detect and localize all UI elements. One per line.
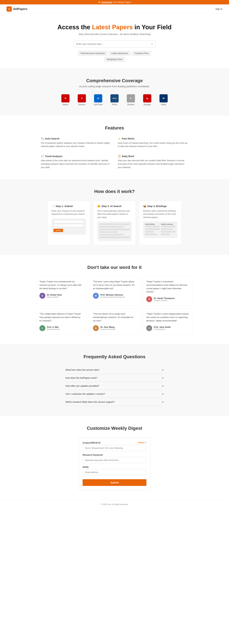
- step-2-desc: Our AI automatically searches and filter…: [97, 209, 132, 219]
- faq-item-2[interactable]: How does the AI4Papers work? ∨: [66, 374, 164, 382]
- mockup-row: [161, 226, 176, 227]
- publisher-logo-nature: N: [61, 94, 70, 102]
- step-2-title: 🔶 Step 2: AI Search: [97, 205, 132, 208]
- submit-button[interactable]: Submit: [82, 479, 146, 486]
- feature-fast-alerts-title: ⚡ Fast Alerts: [118, 137, 188, 140]
- feature-trend-icon: 📈: [41, 155, 44, 158]
- find-link[interactable]: Find it ↗: [138, 442, 146, 444]
- step-1-mockup: Submit: [52, 218, 86, 235]
- testimonial-3-name: Dr. Sarah Thompson: [154, 297, 174, 300]
- feature-fast-alerts-desc: Save hours of manual searching. Our smar…: [118, 142, 188, 148]
- testimonial-3-author: S Dr. Sarah Thompson Climate Scientist: [146, 296, 190, 302]
- testimonial-1-name: Dr. Emily Chen: [47, 294, 62, 296]
- publisher-name-science: Science: [78, 104, 86, 106]
- publisher-logo-wiley: W: [160, 94, 168, 102]
- scopus-input[interactable]: [82, 445, 146, 451]
- banner-text: 🔔: [98, 1, 101, 4]
- testimonial-4-author: L Prof. Li Wei Bioinformatician: [40, 325, 83, 331]
- testimonial-5-name: Dr. Alex Wang: [100, 326, 116, 328]
- publisher-logo-pnas: PNAS: [110, 94, 118, 102]
- step-3-desc: Receive daily customized briefings and w…: [143, 209, 178, 219]
- step-1-icon: 📄: [52, 205, 55, 208]
- testimonial-3-avatar: S: [146, 296, 152, 302]
- step-2-card: 🔶 Step 2: AI Search Our AI automatically…: [93, 201, 136, 245]
- mockup-row: [99, 229, 130, 230]
- chevron-down-icon: ∨: [162, 392, 164, 395]
- mockup-row: [161, 228, 172, 230]
- publisher-name-pnas: PNAS: [112, 104, 117, 106]
- step-3-mockup: Daily Briefing Weekly Summary: [143, 222, 178, 238]
- publisher-wiley: W Wiley: [157, 94, 170, 106]
- keywords-field: Research Keywords: [82, 454, 146, 463]
- search-box[interactable]: ↗: [74, 40, 156, 48]
- mockup-scopus-input: [54, 220, 84, 223]
- tag-chips: Fluid-Structure Interaction Lattice Bolt…: [74, 51, 156, 62]
- chevron-down-icon: ∨: [162, 376, 164, 379]
- banner-link[interactable]: Customize: [101, 1, 112, 4]
- feature-daily-brief-icon: 📋: [118, 155, 121, 158]
- faq-item-4[interactable]: Can I customize the updates I receive? ∨: [66, 390, 164, 398]
- hero-headline: Access the Latest Papers in Your Field: [3, 24, 226, 31]
- testimonial-2-quote: "The time I save using Paper Tracker all…: [93, 280, 136, 290]
- faq-item-3[interactable]: How often are updates provided? ∨: [66, 382, 164, 390]
- logo-name: AI4Papers: [13, 7, 28, 11]
- mockup-submit-btn: Submit: [54, 229, 63, 232]
- top-banner: 🔔 Customize Your Weekly Digest: [0, 0, 229, 4]
- faq-item-1[interactable]: What form does the service take? ∨: [66, 366, 164, 374]
- coverage-section: Comprehensive Coverage Access cutting-ed…: [0, 68, 229, 116]
- faq-list: What form does the service take? ∨ How d…: [66, 366, 164, 406]
- tag-chip[interactable]: Lattice Boltzmann: [109, 51, 130, 56]
- publisher-nature: N Nature: [59, 94, 72, 106]
- testimonial-2: "The time I save using Paper Tracker all…: [90, 276, 140, 306]
- feature-auto-search-title: 🔍 Auto Search: [41, 137, 111, 140]
- hero-section: Access the Latest Papers in Your Field S…: [0, 14, 229, 68]
- banner-suffix: Your Weekly Digest: [112, 1, 131, 4]
- feature-auto-search: 🔍 Auto Search Our AI-powered system anal…: [41, 137, 111, 148]
- testimonial-2-name: Prof. Michael Johnson: [100, 294, 125, 296]
- mockup-row: [145, 228, 160, 230]
- tag-chip[interactable]: Fluid-Structure Interaction: [78, 51, 108, 56]
- publisher-cell: CP Cell Press: [92, 94, 105, 106]
- testimonial-5-title: Quantum Physicist: [100, 328, 116, 330]
- publisher-grid: N Nature S Science CP Cell Press PNAS PN…: [57, 94, 172, 106]
- publisher-name-wiley: Wiley: [161, 104, 166, 106]
- faq-question-3: How often are updates provided?: [66, 384, 99, 387]
- mockup-row: [145, 226, 160, 227]
- testimonial-4-info: Prof. Li Wei Bioinformatician: [47, 326, 60, 330]
- testimonial-3-info: Dr. Sarah Thompson Climate Scientist: [154, 297, 174, 302]
- features-section: Features 🔍 Auto Search Our AI-powered sy…: [0, 116, 229, 179]
- search-input[interactable]: [76, 43, 150, 45]
- faq-title: Frequently Asked Questions: [6, 354, 222, 360]
- feature-daily-brief-title: 📋 Daily Brief: [118, 155, 188, 158]
- publisher-elsevier: EL Elsevier: [124, 94, 138, 106]
- faq-item-5[interactable]: Which research fields does this service …: [66, 398, 164, 406]
- chevron-down-icon: ∨: [162, 368, 164, 371]
- mockup-row: [161, 234, 170, 235]
- testimonial-3: "Paper Tracker's AI-powered recommendati…: [143, 276, 193, 306]
- tag-chip[interactable]: Multiphase Flow: [104, 57, 125, 62]
- testimonial-6-author: J Prof. Jane Smith AI Researcher: [146, 325, 190, 331]
- feature-daily-brief: 📋 Daily Brief Start your day informed wi…: [118, 155, 188, 169]
- publisher-science: S Science: [75, 94, 88, 106]
- notify-label: Notify: [82, 466, 146, 468]
- logo-area: A AI4Papers: [6, 6, 28, 12]
- testimonial-1: "Paper Tracker has revolutionized my res…: [36, 276, 86, 306]
- tag-chip[interactable]: Turbulent Flow: [132, 51, 151, 56]
- testimonial-5-avatar: A: [93, 325, 99, 331]
- step-3-icon: 📦: [143, 205, 146, 208]
- keywords-input[interactable]: [82, 457, 146, 463]
- step-1-title: 📄 Step 1: Submit: [52, 205, 86, 208]
- logo-icon: A: [6, 6, 12, 12]
- testimonial-6: "Paper Tracker's smart categorization fe…: [143, 309, 193, 334]
- headline-prefix: Access the: [58, 24, 92, 30]
- mockup-row: [99, 224, 130, 225]
- sign-in-button[interactable]: Sign in: [216, 8, 222, 10]
- feature-trend-desc: Stay ahead of the curve with our advance…: [41, 159, 111, 169]
- testimonial-5-info: Dr. Alex Wang Quantum Physicist: [100, 326, 116, 330]
- testimonial-3-title: Climate Scientist: [154, 300, 174, 302]
- testimonial-1-info: Dr. Emily Chen Neuroscientist: [47, 294, 62, 298]
- testimonial-6-avatar: J: [146, 325, 152, 331]
- email-input[interactable]: [82, 469, 146, 475]
- publisher-name-springer: Springer: [144, 104, 151, 106]
- testimonial-5: "This tool allows me to easily track int…: [90, 309, 140, 334]
